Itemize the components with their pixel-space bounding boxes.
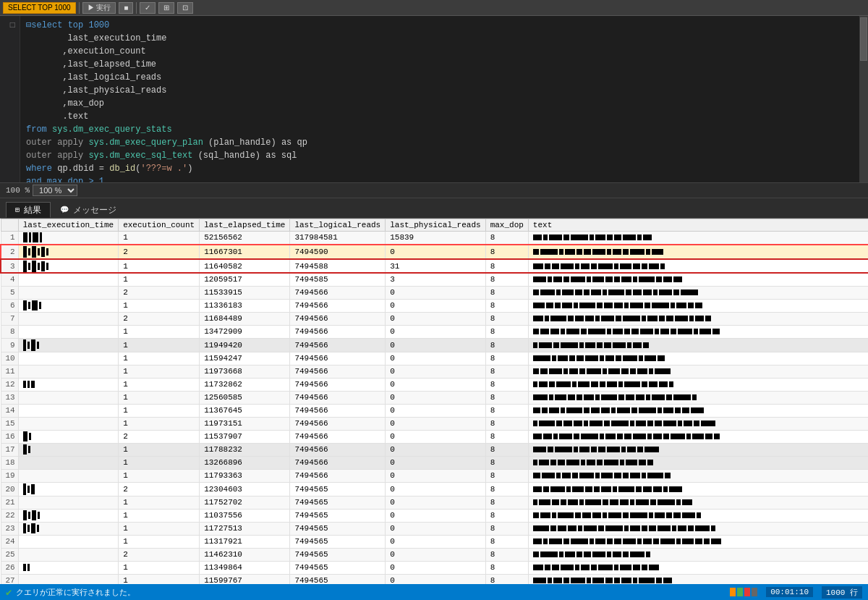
table-row[interactable]: 20212304603749456508	[1, 482, 868, 496]
table-row[interactable]: 24111317921749456508	[1, 535, 868, 548]
table-row[interactable]: 27111599767749456508	[1, 574, 868, 584]
cell-last-physical-reads: 0	[386, 469, 485, 482]
table-row[interactable]: 25211462310749456508	[1, 548, 868, 561]
viz-block	[620, 263, 631, 269]
prog-seg-2	[737, 588, 743, 596]
text-viz	[533, 473, 868, 478]
viz-block	[626, 394, 634, 400]
text-viz	[533, 342, 868, 348]
viz-block	[549, 538, 562, 544]
viz-block	[613, 486, 617, 492]
toolbar-btn-results[interactable]: ⊞	[158, 2, 174, 14]
bar-segment	[28, 263, 30, 270]
table-row[interactable]: 14111367645749456608	[1, 404, 868, 417]
cell-row-num: 6	[1, 299, 18, 312]
sql-editor[interactable]: ⊟select top 1000 last_execution_time ,ex…	[20, 16, 859, 182]
cell-text	[528, 456, 868, 469]
table-row[interactable]: 9111949420749456608	[1, 338, 868, 352]
text-viz	[533, 499, 868, 505]
toolbar-btn-grid[interactable]: ⊡	[177, 2, 193, 14]
table-row[interactable]: 11111973668749456608	[1, 365, 868, 378]
viz-block	[614, 234, 621, 240]
cell-last-logical-reads: 7494566	[290, 391, 386, 404]
table-row[interactable]: 2211667301749459008	[1, 245, 868, 259]
col-last-exec: last_execution_time	[18, 219, 118, 232]
bar-viz	[23, 523, 114, 533]
bar-viz	[23, 339, 114, 351]
viz-block	[614, 276, 620, 282]
cell-execution-count: 1	[119, 469, 200, 482]
tab-results[interactable]: ⊞ 結果	[6, 202, 51, 218]
viz-block	[585, 342, 595, 348]
table-row[interactable]: 13112560585749456608	[1, 391, 868, 404]
table-row[interactable]: 23111727513749456508	[1, 522, 868, 535]
cell-row-num: 17	[1, 443, 18, 456]
cell-max-dop: 8	[485, 391, 528, 404]
viz-block	[549, 407, 559, 413]
table-row[interactable]: 16211537907749456608	[1, 430, 868, 443]
cell-last-physical-reads: 0	[386, 561, 485, 574]
cell-max-dop: 8	[485, 443, 528, 456]
viz-block	[649, 381, 658, 387]
viz-block	[576, 355, 584, 361]
viz-block	[614, 578, 620, 583]
viz-block	[636, 499, 649, 505]
zoom-dropdown[interactable]: 100 % 75 % 125 % 150 %	[33, 185, 77, 196]
editor-scrollbar-thumb[interactable]	[860, 17, 867, 61]
table-row[interactable]: 1152156562317984581158398	[1, 232, 868, 245]
cell-last-logical-reads: 7494566	[290, 299, 386, 312]
table-row[interactable]: 22111037556749456508	[1, 509, 868, 522]
table-row[interactable]: 5211533915749456608	[1, 286, 868, 299]
table-row[interactable]: 8113472909749456608	[1, 325, 868, 338]
viz-block	[642, 381, 647, 387]
viz-block	[591, 263, 597, 269]
cell-last-physical-reads: 0	[386, 352, 485, 365]
table-row[interactable]: 18113266896749456608	[1, 456, 868, 469]
table-row[interactable]: 19111793363749456608	[1, 469, 868, 482]
viz-block	[533, 538, 542, 544]
table-row[interactable]: 6111336183749456608	[1, 299, 868, 312]
table-row[interactable]: 15111973151749456608	[1, 417, 868, 430]
status-timer: 00:01:10	[766, 587, 813, 597]
viz-block	[563, 234, 569, 240]
select-top-btn[interactable]: SELECT TOP 1000	[3, 2, 76, 14]
table-row[interactable]: 12111732862749456608	[1, 378, 868, 391]
viz-block	[630, 552, 644, 557]
bar-segment	[23, 261, 27, 272]
table-row[interactable]: 7211684489749456608	[1, 312, 868, 325]
viz-block	[598, 525, 604, 531]
table-row[interactable]: 21111752702749456508	[1, 496, 868, 509]
viz-block	[712, 329, 720, 334]
toolbar-btn-parse[interactable]: ✓	[140, 2, 156, 14]
toolbar-btn-stop[interactable]: ■	[119, 2, 133, 14]
cell-execution-count: 1	[119, 232, 200, 245]
viz-block	[595, 473, 600, 478]
viz-block	[591, 407, 600, 413]
cell-last-logical-reads: 7494566	[290, 365, 386, 378]
viz-block	[620, 499, 629, 505]
viz-block	[655, 512, 665, 518]
viz-block	[576, 249, 582, 255]
text-viz	[533, 290, 868, 295]
editor-scrollbar[interactable]	[859, 16, 868, 182]
table-row[interactable]: 31116405827494588318	[1, 259, 868, 274]
viz-block	[633, 578, 637, 583]
viz-block	[650, 499, 656, 505]
bar-segment	[38, 263, 40, 270]
table-row[interactable]: 10111594247749456608	[1, 352, 868, 365]
table-row[interactable]: 26111349864749456508	[1, 561, 868, 574]
viz-block	[603, 499, 608, 505]
tab-messages[interactable]: 💬 メッセージ	[51, 202, 126, 218]
results-table-wrapper[interactable]: last_execution_time execution_count last…	[0, 219, 868, 584]
viz-block	[584, 525, 597, 531]
viz-block	[572, 486, 584, 492]
viz-block	[671, 434, 685, 439]
table-row[interactable]: 17111788232749456608	[1, 443, 868, 456]
cell-last-execution-time	[18, 417, 118, 430]
table-row[interactable]: 4112059517749458538	[1, 273, 868, 286]
toolbar-btn-execute[interactable]: ▶ 実行	[82, 2, 116, 14]
viz-block	[539, 381, 548, 387]
viz-block	[699, 329, 711, 334]
cell-last-physical-reads: 0	[386, 378, 485, 391]
viz-block	[642, 263, 647, 269]
